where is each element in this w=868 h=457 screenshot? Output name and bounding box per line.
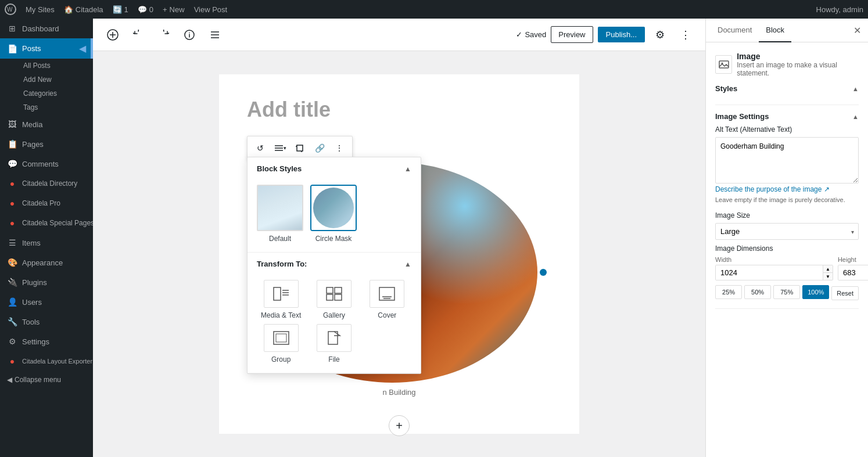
wp-logo[interactable]: W [5, 3, 16, 15]
svg-text:W: W [7, 6, 13, 13]
sidebar-item-pages[interactable]: 📋 Pages [0, 134, 93, 154]
image-settings-section: Image Settings ▲ Alt Text (Alternative T… [715, 112, 859, 309]
add-block-button[interactable] [102, 24, 123, 45]
admin-bar-updates[interactable]: 🔄 1 [113, 5, 128, 14]
sidebar-item-media[interactable]: 🖼 Media [0, 114, 93, 134]
editor-content: Add title ↺ ▾ 🔗 ⋮ [219, 74, 579, 434]
right-panel: Document Block ✕ Image Insert an image t… [705, 19, 868, 457]
block-styles-popup: Block Styles ▲ Default [247, 157, 421, 374]
sidebar-subitem-add-new[interactable]: Add New [16, 73, 93, 87]
image-size-select[interactable]: Large Medium Full Thumbnail [715, 223, 859, 240]
sidebar-item-citadela-layout-exporter[interactable]: ● Citadela Layout Exporter [0, 351, 93, 371]
width-label: Width [715, 256, 833, 263]
percent-75-button[interactable]: 75% [773, 285, 800, 299]
block-styles-grid: Default Circle Mask [248, 180, 421, 252]
block-link-button[interactable]: 🔗 [310, 139, 329, 157]
transform-option-cover[interactable]: Cover [363, 280, 411, 319]
more-options-button[interactable]: ⋮ [675, 24, 696, 45]
svg-rect-23 [327, 294, 333, 300]
styles-section-header[interactable]: Styles ▲ [715, 84, 859, 93]
media-text-icon-box [264, 280, 299, 308]
sidebar-item-tools[interactable]: 🔧 Tools [0, 312, 93, 332]
sidebar-item-citadela-pro[interactable]: ● Citadela Pro [0, 193, 93, 213]
right-panel-close-button[interactable]: ✕ [851, 23, 863, 38]
sidebar-item-dashboard[interactable]: ⊞ Dashboard [0, 19, 93, 38]
reset-button[interactable]: Reset [831, 286, 859, 300]
admin-bar-my-sites[interactable]: My Sites [26, 5, 55, 14]
block-transform-button[interactable]: ↺ [251, 139, 270, 157]
sidebar-item-comments[interactable]: 💬 Comments [0, 154, 93, 174]
describe-purpose-link[interactable]: Describe the purpose of the image ↗ [715, 185, 859, 193]
tab-document[interactable]: Document [711, 19, 759, 42]
admin-bar-site-name[interactable]: 🏠 Citadela [64, 5, 103, 14]
transform-option-file[interactable]: File [310, 324, 358, 364]
percent-50-button[interactable]: 50% [744, 285, 771, 299]
group-label: Group [271, 355, 290, 364]
percent-reset-row: 25% 50% 75% 100% Reset [715, 285, 859, 301]
alt-text-input[interactable]: Gooderham Building [715, 137, 859, 183]
undo-button[interactable] [128, 24, 149, 45]
width-input[interactable] [716, 265, 823, 280]
style-label-default: Default [269, 235, 291, 243]
sidebar-subitem-categories[interactable]: Categories [16, 87, 93, 100]
admin-bar-view-post[interactable]: View Post [194, 5, 228, 14]
media-text-label: Media & Text [261, 311, 301, 319]
posts-submenu: All Posts Add New Categories Tags [0, 59, 93, 114]
sidebar-item-appearance[interactable]: 🎨 Appearance [0, 253, 93, 272]
sidebar-item-citadela-special-pages[interactable]: ● Citadela Special Pages [0, 213, 93, 233]
width-step-up[interactable]: ▲ [823, 265, 833, 273]
block-crop-button[interactable] [290, 139, 309, 157]
panel-image-header: Image Insert an image to make a visual s… [715, 52, 859, 77]
image-settings-header[interactable]: Image Settings ▲ [715, 112, 859, 121]
redo-button[interactable] [153, 24, 174, 45]
transform-header[interactable]: Transform To: ▲ [248, 253, 421, 275]
cover-label: Cover [378, 311, 396, 319]
admin-bar-comments[interactable]: 💬 0 [138, 5, 153, 14]
width-input-wrap: ▲ ▼ [715, 265, 833, 280]
transform-option-media-text[interactable]: Media & Text [257, 280, 305, 319]
settings-panel-button[interactable]: ⚙ [650, 24, 670, 45]
sidebar: ⊞ Dashboard 📄 Posts ◀ All Posts Add New … [0, 19, 93, 457]
add-block-inline-button[interactable]: + [389, 415, 410, 436]
admin-bar-new[interactable]: + New [163, 5, 185, 14]
alt-text-hint: Leave empty if the image is purely decor… [715, 196, 859, 204]
svg-rect-21 [327, 287, 333, 293]
sidebar-item-users[interactable]: 👤 Users [0, 292, 93, 312]
block-more-options-button[interactable]: ⋮ [330, 139, 349, 157]
block-styles-header[interactable]: Block Styles ▲ [248, 157, 421, 180]
image-caption[interactable]: n Building [247, 388, 551, 397]
alt-text-label: Alt Text (Alternative Text) [715, 125, 859, 134]
publish-button[interactable]: Publish... [598, 27, 645, 42]
tools-icon: 🔧 [7, 316, 17, 327]
width-step-down[interactable]: ▼ [823, 273, 833, 280]
block-align-button[interactable]: ▾ [271, 139, 289, 157]
post-title[interactable]: Add title [247, 98, 551, 122]
style-option-default[interactable]: Default [257, 185, 303, 243]
image-info: Image Insert an image to make a visual s… [737, 52, 859, 77]
sidebar-item-citadela-directory[interactable]: ● Citadela Directory [0, 174, 93, 193]
block-styles-section: Block Styles ▲ Default [248, 157, 421, 253]
percent-100-button[interactable]: 100% [802, 285, 829, 299]
percent-25-button[interactable]: 25% [715, 285, 742, 299]
info-button[interactable] [179, 24, 200, 45]
style-option-circle-mask[interactable]: Circle Mask [310, 185, 357, 243]
transform-section: Transform To: ▲ Media & Text [248, 253, 421, 373]
pages-icon: 📋 [7, 139, 17, 149]
height-input[interactable] [838, 265, 868, 280]
collapse-icon: ◀ [7, 376, 12, 384]
tab-block[interactable]: Block [759, 19, 791, 42]
sidebar-item-items[interactable]: ☰ Items [0, 233, 93, 253]
list-view-button[interactable] [205, 24, 225, 45]
collapse-menu[interactable]: ◀ Collapse menu [0, 371, 93, 388]
sidebar-item-plugins[interactable]: 🔌 Plugins [0, 272, 93, 292]
transform-option-group[interactable]: Group [257, 324, 305, 364]
preview-button[interactable]: Preview [551, 26, 593, 43]
sidebar-subitem-all-posts[interactable]: All Posts [16, 59, 93, 73]
sidebar-item-settings[interactable]: ⚙ Settings [0, 332, 93, 351]
sidebar-item-posts[interactable]: 📄 Posts ◀ [0, 38, 93, 59]
cover-icon-box [370, 280, 404, 308]
citadela-layout-exporter-icon: ● [7, 356, 17, 366]
sidebar-subitem-tags[interactable]: Tags [16, 100, 93, 114]
file-icon-box [317, 324, 351, 352]
transform-option-gallery[interactable]: Gallery [310, 280, 358, 319]
